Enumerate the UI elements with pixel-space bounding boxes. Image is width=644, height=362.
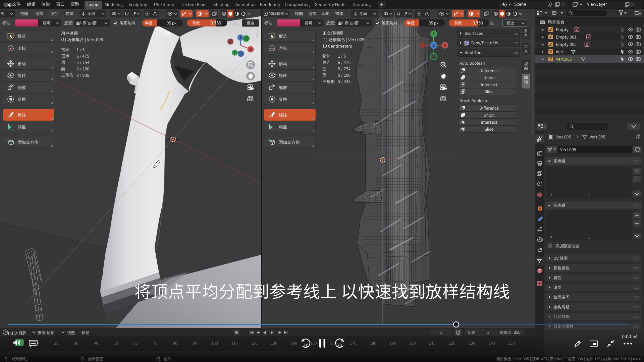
svg-text:Y: Y [433, 32, 435, 36]
svg-text:Z: Z [239, 36, 241, 40]
svg-text:Y: Y [234, 51, 236, 55]
svg-text:X: X [444, 44, 446, 47]
svg-text:T: T [466, 42, 468, 45]
svg-text:X: X [250, 48, 252, 51]
svg-text:Z: Z [433, 44, 435, 47]
